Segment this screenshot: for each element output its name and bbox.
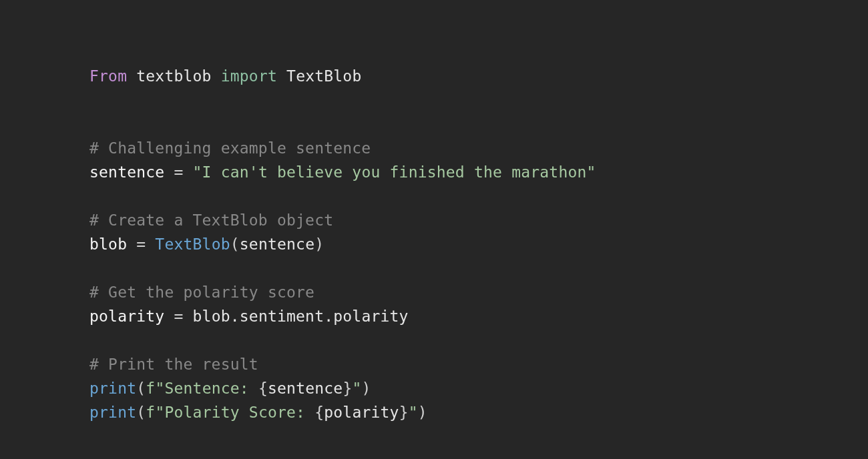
identifier: TextBlob — [286, 67, 361, 85]
code-line: # Challenging example sentence — [89, 139, 371, 157]
fstring-brace: { — [258, 380, 268, 397]
punctuation: ( — [230, 236, 240, 253]
string-text: Polarity Score: — [164, 404, 314, 421]
punctuation: ) — [314, 236, 324, 253]
operator: = — [164, 163, 192, 181]
identifier: sentence — [268, 380, 343, 397]
comment: # Get the polarity score — [89, 284, 314, 301]
code-line: blob = TextBlob(sentence) — [89, 236, 324, 253]
identifier: polarity — [89, 308, 164, 325]
punctuation: ) — [418, 404, 427, 421]
identifier: sentence — [240, 236, 314, 253]
operator: = — [127, 236, 155, 253]
code-line: # Get the polarity score — [89, 284, 314, 301]
code-line: From textblob import TextBlob — [89, 67, 361, 85]
string-quote: " — [352, 380, 361, 397]
code-line: sentence = "I can't believe you finished… — [89, 163, 596, 181]
string-text: Sentence: — [164, 380, 258, 397]
code-line: polarity = blob.sentiment.polarity — [89, 308, 409, 325]
builtin-function: print — [89, 404, 136, 421]
code-line: print(f"Polarity Score: {polarity}") — [89, 404, 427, 421]
punctuation: ( — [136, 404, 146, 421]
string-literal: "I can't believe you finished the marath… — [193, 163, 596, 181]
operator: = — [164, 308, 192, 325]
fstring-prefix: f — [146, 404, 155, 421]
builtin-function: print — [89, 380, 136, 397]
fstring-brace: { — [314, 404, 324, 421]
expression: blob.sentiment.polarity — [193, 308, 409, 325]
string-quote: " — [409, 404, 418, 421]
string-quote: " — [155, 404, 164, 421]
identifier: sentence — [89, 163, 164, 181]
fstring-brace: } — [343, 380, 352, 397]
keyword-import: import — [221, 67, 277, 85]
class-name: TextBlob — [155, 236, 230, 253]
identifier: polarity — [324, 404, 399, 421]
comment: # Create a TextBlob object — [89, 211, 333, 229]
fstring-brace: } — [399, 404, 409, 421]
keyword-from: From — [89, 67, 127, 85]
identifier: blob — [89, 236, 127, 253]
string-quote: " — [155, 380, 164, 397]
code-block: From textblob import TextBlob # Challeng… — [0, 0, 868, 424]
comment: # Challenging example sentence — [89, 139, 371, 157]
code-line: # Print the result — [89, 356, 258, 373]
identifier: textblob — [136, 67, 211, 85]
code-line: print(f"Sentence: {sentence}") — [89, 380, 371, 397]
punctuation: ( — [136, 380, 146, 397]
punctuation: ) — [362, 380, 371, 397]
comment: # Print the result — [89, 356, 258, 373]
code-line: # Create a TextBlob object — [89, 211, 333, 229]
fstring-prefix: f — [146, 380, 155, 397]
